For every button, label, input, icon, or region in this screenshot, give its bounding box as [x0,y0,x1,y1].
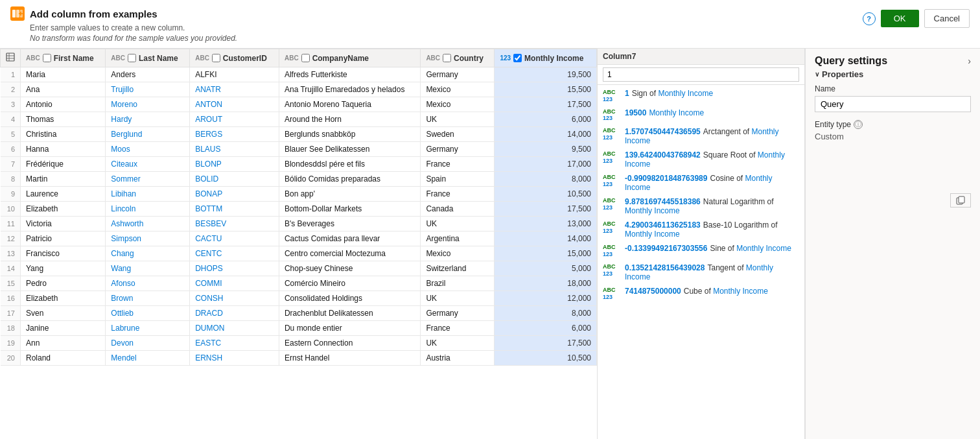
lastname-checkbox[interactable] [128,54,136,62]
suggestion-item[interactable]: ABC1231Sign of Monthly Income [598,86,804,106]
cell-firstname: Roland [21,351,106,366]
dialog-title: Add column from examples [30,8,158,19]
cell-companyname: Bólido Comidas preparadas [279,172,420,187]
cell-lastname: Mendel [106,351,190,366]
companyname-checkbox[interactable] [301,54,310,62]
table-row: 10ElizabethLincolnBOTTMBottom-Dollar Mar… [1,202,597,217]
cell-customerid: ANTON [190,97,279,112]
cell-firstname: Janine [21,321,106,336]
row-number: 19 [1,336,21,351]
cell-country: Brazil [421,276,495,291]
cell-customerid: CENTC [190,246,279,261]
cell-monthlyincome: 6,000 [495,112,597,127]
row-number: 15 [1,276,21,291]
suggestion-value: 7414875000000 [625,287,681,296]
cell-country: Argentina [421,231,495,246]
monthlyincome-checkbox[interactable] [513,54,522,62]
header-left: Add column from examples Enter sample va… [10,6,237,43]
properties-section-header[interactable]: ∨ Properties [815,69,971,79]
properties-chevron-icon: ∨ [815,71,819,78]
col-header-firstname[interactable]: ABC First Name [21,49,106,67]
table-row: 11VictoriaAshworthBESBEVB's BeveragesUK1… [1,217,597,231]
cell-country: Mexico [421,246,495,261]
cell-companyname: Bottom-Dollar Markets [279,202,420,217]
cancel-button[interactable]: Cancel [924,9,970,28]
suggestion-content: 19500Monthly Income [625,108,704,117]
cell-customerid: BOTTM [190,202,279,217]
cell-firstname: Martin [21,172,106,187]
cell-monthlyincome: 13,000 [495,217,597,231]
properties-label: Properties [822,69,863,79]
suggestion-item[interactable]: ABC1237414875000000Cube of Monthly Incom… [598,284,804,303]
row-number: 8 [1,172,21,187]
cell-country: Sweden [421,127,495,142]
query-settings-expand-icon[interactable]: › [968,56,971,66]
suggestion-item[interactable]: ABC123-0.99098201848763989Cosine of Mont… [598,171,804,195]
col-header-customerid[interactable]: ABC CustomerID [190,49,279,67]
cell-lastname: Chang [106,246,190,261]
suggestion-item[interactable]: ABC1231.5707450447436595Arctangent of Mo… [598,125,804,148]
cell-monthlyincome: 14,000 [495,127,597,142]
cell-firstname: Ana [21,82,106,97]
cell-firstname: Antonio [21,97,106,112]
table-row: 9LaurenceLibihanBONAPBon app'France10,50… [1,187,597,202]
cell-country: Germany [421,142,495,157]
row-number: 2 [1,82,21,97]
suggestion-value: 4.29003461136251­83 [625,220,701,230]
col-header-monthlyincome[interactable]: 123 Monthly Income [495,49,597,67]
ok-button[interactable]: OK [881,10,919,27]
cell-companyname: Ana Trujillo Emaredados y helados [279,82,420,97]
copy-button[interactable] [950,193,971,208]
header-subtitle: Enter sample values to create a new colu… [30,23,237,32]
suggestion-type-icon: ABC123 [603,244,621,258]
suggestion-type-icon: ABC123 [603,197,621,211]
cell-country: UK [421,336,495,351]
firstname-checkbox[interactable] [43,54,51,62]
header-title: Add column from examples [10,6,237,21]
table-row: 15PedroAfonsoCOMMIComércio MineiroBrazil… [1,276,597,291]
column7-input-area[interactable] [598,65,804,85]
entity-type-field: Entity type ⓘ Custom [815,120,971,141]
suggestion-item[interactable]: ABC12319500Monthly Income [598,106,804,125]
table-row: 6HannaMoosBLAUSBlauer See DelikatessenGe… [1,142,597,157]
suggestion-item[interactable]: ABC1230.13521428156439028Tangent of Mont… [598,261,804,284]
cell-monthlyincome: 14,000 [495,231,597,246]
suggestion-item[interactable]: ABC123139.64240043768942Square Root of M… [598,148,804,171]
row-number: 17 [1,306,21,321]
header-actions: ? OK Cancel [863,9,970,28]
cell-lastname: Moos [106,142,190,157]
suggestion-type-icon: ABC123 [603,287,621,301]
svg-rect-10 [959,196,964,203]
suggestion-content: -0.13399492167303556Sine of Monthly Inco… [625,244,791,253]
table-row: 19AnnDevonEASTCEastern ConnectionUK17,50… [1,336,597,351]
cell-customerid: CONSH [190,291,279,306]
cell-firstname: Francisco [21,246,106,261]
cell-lastname: Lincoln [106,202,190,217]
data-table-area[interactable]: ABC First Name ABC Last Name [0,49,598,439]
row-number: 11 [1,217,21,231]
customerid-checkbox[interactable] [212,54,220,62]
cell-country: UK [421,291,495,306]
suggestion-item[interactable]: ABC1234.29003461136251­83Base-10 Logarit… [598,218,804,241]
col-header-country[interactable]: ABC Country [421,49,495,67]
country-checkbox[interactable] [443,54,451,62]
cell-monthlyincome: 9,500 [495,142,597,157]
column7-input[interactable] [603,67,799,82]
cell-customerid: AROUT [190,112,279,127]
query-settings-header: Query settings › [806,49,980,69]
cell-customerid: CACTU [190,231,279,246]
suggestion-value: -0.99098201848763989 [625,174,707,183]
table-row: 16ElizabethBrownCONSHConsolidated Holdin… [1,291,597,306]
name-input[interactable] [815,96,971,112]
suggestion-item[interactable]: ABC1239.8781697445518386Natural Logarith… [598,195,804,218]
table-row: 18JanineLabruneDUMONDu monde entierFranc… [1,321,597,336]
col-header-lastname[interactable]: ABC Last Name [106,49,190,67]
cell-country: Germany [421,67,495,82]
help-icon[interactable]: ? [863,12,876,25]
row-number: 9 [1,187,21,202]
add-column-icon [10,6,25,21]
col-header-companyname[interactable]: ABC CompanyName [279,49,420,67]
header: Add column from examples Enter sample va… [0,0,980,49]
suggestion-item[interactable]: ABC123-0.13399492167303556Sine of Monthl… [598,241,804,261]
cell-companyname: Berglunds snabbköp [279,127,420,142]
